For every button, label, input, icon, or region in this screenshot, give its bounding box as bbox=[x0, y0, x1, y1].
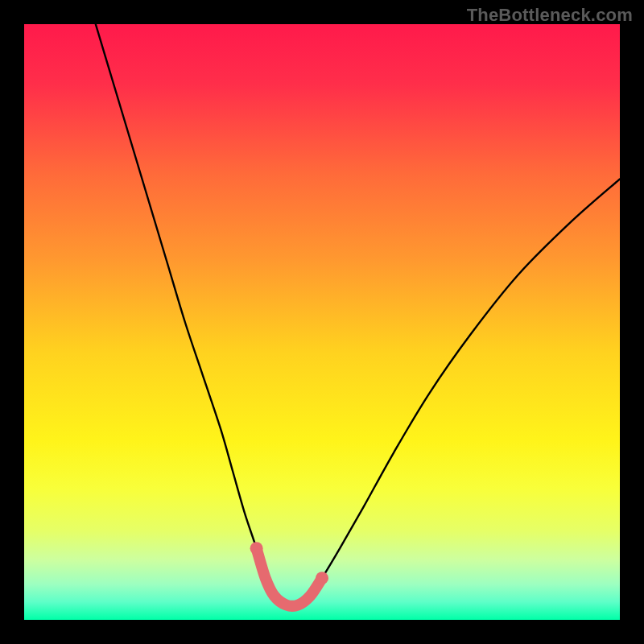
plot-area bbox=[24, 24, 620, 620]
watermark-text: TheBottleneck.com bbox=[467, 5, 633, 26]
highlight-start-dot bbox=[250, 542, 263, 555]
chart-svg bbox=[24, 24, 620, 620]
gradient-background bbox=[24, 24, 620, 620]
highlight-end-dot bbox=[316, 572, 328, 584]
chart-stage: TheBottleneck.com bbox=[0, 0, 644, 644]
